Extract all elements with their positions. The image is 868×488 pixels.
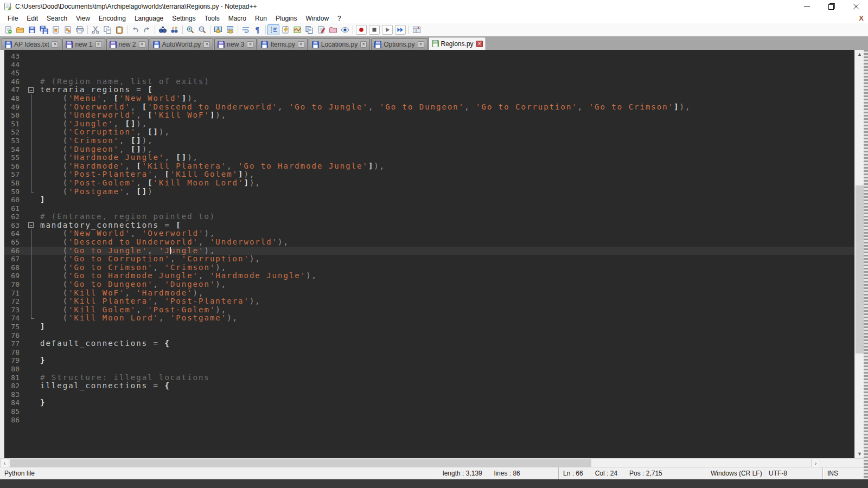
tab-close-icon[interactable]: × <box>247 41 253 48</box>
fold-margin[interactable] <box>27 213 37 221</box>
tab-close-icon[interactable]: × <box>203 41 210 48</box>
show-all-characters-icon[interactable]: ¶ <box>252 24 264 35</box>
copy-icon[interactable] <box>101 24 113 35</box>
fold-margin[interactable] <box>27 399 37 407</box>
horizontal-scrollbar[interactable]: ‹ › <box>0 458 868 467</box>
tab-new-1[interactable]: new 1× <box>62 38 105 50</box>
fold-margin[interactable] <box>27 179 37 188</box>
line-number[interactable]: 86 <box>4 416 24 425</box>
tab-locations-py[interactable]: Locations.py× <box>309 38 370 50</box>
line-number[interactable]: 71 <box>4 289 24 298</box>
minimize-button[interactable] <box>795 0 819 13</box>
line-number[interactable]: 49 <box>4 103 24 112</box>
line-number[interactable]: 59 <box>4 188 24 196</box>
fold-margin[interactable] <box>27 272 37 280</box>
menu-item-tools[interactable]: Tools <box>200 14 224 23</box>
fold-margin[interactable] <box>27 382 37 390</box>
line-number[interactable]: 69 <box>4 272 24 280</box>
redo-icon[interactable] <box>141 24 153 35</box>
fold-margin[interactable] <box>27 356 37 365</box>
fold-margin[interactable] <box>27 306 37 314</box>
fold-margin[interactable] <box>27 238 37 247</box>
fold-margin[interactable] <box>27 255 37 264</box>
document-map-icon[interactable] <box>291 24 303 35</box>
menu-item-settings[interactable]: Settings <box>168 14 200 23</box>
menu-item-view[interactable]: View <box>72 14 94 23</box>
line-number[interactable]: 54 <box>4 145 24 154</box>
line-number[interactable]: 60 <box>4 196 24 204</box>
menu-item-language[interactable]: Language <box>130 14 168 23</box>
tab-new-3[interactable]: new 3× <box>214 38 257 50</box>
menu-item-help[interactable]: ? <box>333 14 346 23</box>
close-file-icon[interactable] <box>50 24 62 35</box>
line-number[interactable]: 65 <box>4 238 24 247</box>
undo-icon[interactable] <box>129 24 141 35</box>
code-editor[interactable]: 43444546# (Region name, list of exits)47… <box>4 50 854 458</box>
tab-items-py[interactable]: Items.py× <box>258 38 307 50</box>
menu-item-file[interactable]: File <box>3 14 22 23</box>
line-number[interactable]: 53 <box>4 137 24 145</box>
fold-margin[interactable] <box>27 61 37 69</box>
line-number[interactable]: 83 <box>4 390 24 399</box>
fold-margin[interactable] <box>27 374 37 382</box>
fold-margin[interactable] <box>27 229 37 238</box>
restore-button[interactable] <box>819 0 844 13</box>
fold-margin[interactable] <box>27 204 37 213</box>
line-number[interactable]: 85 <box>4 407 24 416</box>
fold-margin[interactable] <box>27 314 37 323</box>
menu-item-window[interactable]: Window <box>301 14 333 23</box>
line-number[interactable]: 58 <box>4 179 24 188</box>
line-number[interactable]: 52 <box>4 128 24 137</box>
line-number[interactable]: 77 <box>4 339 24 348</box>
fold-margin[interactable] <box>27 416 37 425</box>
fold-margin[interactable] <box>27 289 37 298</box>
fold-collapse-icon[interactable]: − <box>28 87 34 93</box>
close-all-icon[interactable] <box>62 24 74 35</box>
macro-stop-icon[interactable] <box>369 25 380 35</box>
menu-item-plugins[interactable]: Plugins <box>271 14 301 23</box>
line-number[interactable]: 67 <box>4 255 24 264</box>
window-resize-edge[interactable] <box>864 50 868 479</box>
line-number[interactable]: 55 <box>4 153 24 162</box>
fold-margin[interactable] <box>27 111 37 120</box>
line-number[interactable]: 82 <box>4 382 24 390</box>
menu-item-edit[interactable]: Edit <box>22 14 42 23</box>
menu-item-encoding[interactable]: Encoding <box>94 14 130 23</box>
line-number[interactable]: 84 <box>4 399 24 407</box>
fold-margin[interactable] <box>27 69 37 78</box>
sync-vertical-scroll-icon[interactable] <box>212 24 224 35</box>
line-number[interactable]: 79 <box>4 356 24 365</box>
fold-margin[interactable] <box>27 196 37 204</box>
tab-new-2[interactable]: new 2× <box>106 38 149 50</box>
line-number[interactable]: 48 <box>4 94 24 103</box>
line-number[interactable]: 81 <box>4 374 24 382</box>
line-number[interactable]: 75 <box>4 323 24 331</box>
zoom-out-icon[interactable] <box>196 24 208 35</box>
tab-close-icon[interactable]: × <box>95 41 102 48</box>
fold-margin[interactable] <box>27 128 37 137</box>
line-number[interactable]: 78 <box>4 348 24 357</box>
fold-margin[interactable] <box>27 103 37 112</box>
fold-margin[interactable] <box>27 407 37 416</box>
tab-close-icon[interactable]: × <box>139 41 145 48</box>
tab-regions-py[interactable]: Regions.py× <box>429 37 486 50</box>
fold-margin[interactable] <box>27 188 37 196</box>
line-number[interactable]: 64 <box>4 229 24 238</box>
line-number[interactable]: 44 <box>4 61 24 69</box>
macro-panel-icon[interactable] <box>411 24 423 35</box>
line-number[interactable]: 62 <box>4 213 24 221</box>
line-number[interactable]: 72 <box>4 297 24 306</box>
tab-close-icon[interactable]: × <box>418 41 424 48</box>
sync-horizontal-scroll-icon[interactable] <box>224 24 236 35</box>
line-number[interactable]: 43 <box>4 52 24 61</box>
fold-margin[interactable] <box>27 365 37 374</box>
tab-autoworld-py[interactable]: AutoWorld.py× <box>150 38 214 50</box>
line-number[interactable]: 51 <box>4 120 24 129</box>
fold-margin[interactable] <box>27 145 37 154</box>
scroll-left-arrow-icon[interactable]: ‹ <box>0 459 9 467</box>
line-number[interactable]: 50 <box>4 111 24 120</box>
edit-marker-icon[interactable] <box>315 24 327 35</box>
fold-margin[interactable] <box>27 323 37 331</box>
menu-item-run[interactable]: Run <box>251 14 271 23</box>
tab-ap-ideas-txt[interactable]: AP Ideas.txt× <box>2 38 61 50</box>
